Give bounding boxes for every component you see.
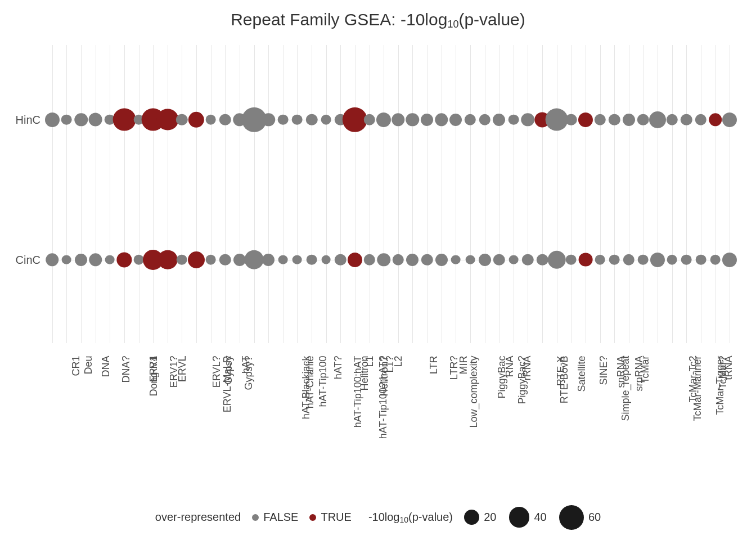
x-tick-label: ERVL? [212,356,223,388]
data-point [307,254,317,265]
data-point [89,253,102,266]
data-point [493,114,505,126]
data-point [116,252,132,267]
data-point [156,109,178,130]
x-tick-label: ERV1 [148,356,160,382]
data-point [650,253,665,267]
grid-line [326,45,327,343]
legend-color-item: FALSE [252,511,298,524]
y-tick-label: HinC [16,113,40,126]
data-point [363,254,375,265]
grid-line [398,45,399,343]
grid-line [701,45,701,343]
data-point [547,250,565,268]
data-point [292,255,302,264]
grid-line [139,45,140,343]
grid-line [600,45,601,343]
data-point [722,253,737,267]
grid-line [370,45,370,343]
data-point [205,114,216,125]
data-point [681,114,692,125]
data-point [566,254,577,265]
chart-container: Repeat Family GSEA: -10log10(p-value) Hi… [0,0,756,540]
data-point [609,114,620,125]
grid-line [124,45,125,343]
legend-color-label: FALSE [263,511,298,524]
legend-color-swatch [309,514,316,521]
grid-line [514,45,514,343]
grid-line [81,45,82,343]
data-point [681,254,692,265]
data-point [594,114,605,125]
data-point [421,114,433,126]
x-tick-label: tRNA [722,356,734,380]
x-tick-label: LTR [429,356,440,375]
legend-color-label: TRUE [321,511,351,524]
x-tick-label: L1 [363,356,375,367]
grid-line [586,45,586,343]
x-tick-label: Gypsy [223,356,235,385]
legend-color-item: TRUE [309,511,351,524]
grid-line [442,45,442,343]
grid-line [283,45,284,343]
x-tick-label: hAT-Charlie [304,356,316,409]
x-tick-label: snRNA [615,356,627,388]
legend-size-swatch [509,507,530,528]
data-point [188,111,204,127]
x-tick-label: DNA [100,356,112,377]
x-tick-label: hAT? [332,356,344,380]
data-point [75,254,87,266]
grid-line [384,45,384,343]
grid-line [110,45,110,343]
grid-line [211,45,212,343]
grid-line [153,45,154,343]
legend-size-label: 60 [588,511,601,524]
grid-line [412,45,413,343]
data-point [695,114,706,125]
data-point [406,113,419,126]
x-tick-label: MIR [457,356,469,375]
grid-line [268,45,269,343]
grid-line [456,45,456,343]
legend-size-item: 60 [559,505,601,530]
grid-line [499,45,500,343]
data-point [578,112,593,127]
data-point [392,113,404,126]
data-point [537,254,548,265]
data-point [479,254,491,266]
data-point [451,255,461,264]
data-point [74,113,87,126]
grid-line [240,45,240,343]
grid-line [542,45,543,343]
data-point [649,111,666,128]
legend-size-group: -10log10(p-value) 204060 [368,505,601,530]
grid-line [297,45,298,343]
data-point [363,114,375,125]
grid-line [672,45,673,343]
x-tick-label: L2 [393,356,404,367]
data-point [377,253,390,266]
data-point [219,114,231,125]
data-point [479,114,490,125]
plot-area [45,45,737,343]
data-point [306,114,317,125]
grid-line [196,45,197,343]
legend-color-title: over-represented [155,511,241,524]
data-point [158,250,177,269]
legend-size-label: 40 [534,511,546,524]
data-point [565,114,577,125]
data-point [62,255,71,264]
data-point [321,114,331,125]
data-point [722,112,737,127]
grid-line [614,45,615,343]
grid-line [168,45,168,343]
data-point [466,255,475,264]
grid-line [557,45,557,343]
data-point [188,251,205,268]
data-point [177,254,187,265]
legend-size-swatch [559,505,584,530]
data-point [376,112,391,127]
data-point [176,114,187,125]
data-point [435,113,448,126]
data-point [244,250,264,269]
